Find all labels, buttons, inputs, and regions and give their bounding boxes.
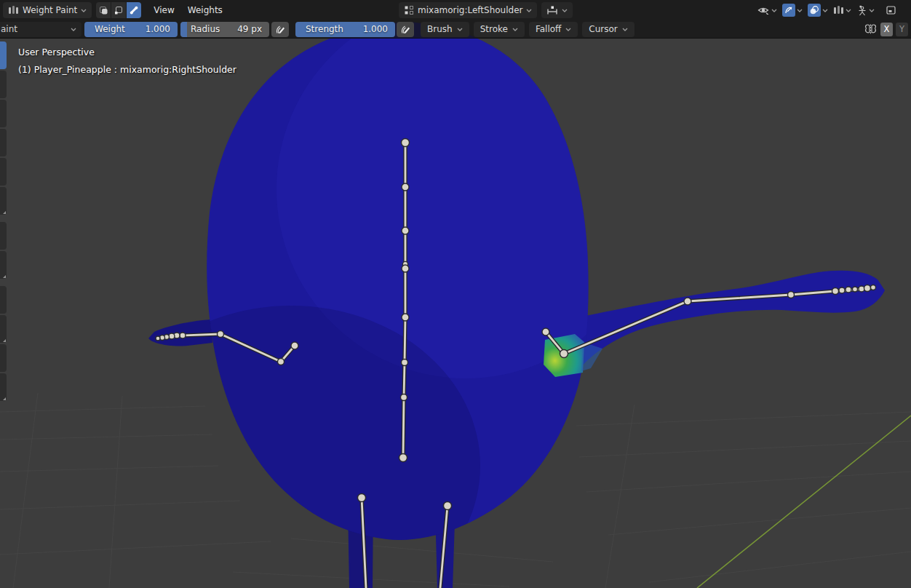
- vertex-mask-toggle[interactable]: [111, 2, 126, 18]
- mode-label: Weight Paint: [23, 5, 77, 15]
- chevron-down-icon: [562, 9, 568, 12]
- weight-slider-value: 1.000: [146, 24, 170, 34]
- overlays-active-bg: [808, 4, 821, 17]
- strength-slider-value: 1.000: [363, 24, 388, 34]
- gizmo-icon: [784, 5, 794, 15]
- weight-slider[interactable]: Weight 1.000: [84, 22, 178, 37]
- overlays-toggle[interactable]: [806, 2, 830, 18]
- tool-strip-button[interactable]: [0, 71, 7, 98]
- body-shading: [102, 0, 655, 588]
- menu-view[interactable]: View: [147, 2, 180, 18]
- vertex-group-label: mixamorig:LeftShoulder: [418, 5, 522, 15]
- y-axis-line: [697, 416, 911, 588]
- brush-popover[interactable]: Brush: [421, 22, 469, 37]
- tool-strip-button[interactable]: [0, 251, 7, 279]
- stroke-popover[interactable]: Stroke: [474, 22, 525, 37]
- vertex-group-dropdown[interactable]: mixamorig:LeftShoulder: [399, 2, 537, 18]
- visibility-dropdown[interactable]: [756, 4, 779, 17]
- weight-slider-label: Weight: [95, 24, 125, 34]
- face-mask-icon: [98, 5, 108, 15]
- tool-strip-button[interactable]: [0, 286, 7, 314]
- tool-strip-button[interactable]: [0, 158, 7, 186]
- active-tool-button[interactable]: [0, 41, 7, 69]
- pose-options-dropdown[interactable]: [855, 4, 876, 17]
- falloff-popover-label: Falloff: [536, 24, 561, 34]
- tool-strip-button[interactable]: [0, 100, 7, 127]
- chevron-down-icon: [457, 28, 463, 31]
- stroke-popover-label: Stroke: [480, 24, 508, 34]
- gizmo-toggle[interactable]: [781, 2, 804, 18]
- pen-pressure-icon: [275, 24, 285, 34]
- cursor-popover[interactable]: Cursor: [582, 22, 634, 37]
- weight-paint-mode-icon: [8, 5, 19, 15]
- brush-type-dropdown[interactable]: aint: [0, 22, 81, 37]
- chevron-down-icon: [771, 9, 777, 12]
- vertex-group-icon: [404, 5, 414, 15]
- chevron-down-icon: [846, 9, 851, 12]
- vertex-mask-icon: [114, 5, 124, 15]
- eye-icon: [757, 5, 770, 15]
- viewport-header: Weight Paint View Weights: [0, 0, 911, 20]
- radius-pressure-toggle[interactable]: [271, 22, 289, 37]
- editor-corner-button[interactable]: [884, 4, 898, 17]
- tool-strip-button[interactable]: [0, 315, 7, 343]
- editor-corner-icon: [886, 5, 896, 15]
- tool-settings-bar: aint Weight 1.000 Radius 49 px Strength …: [0, 20, 911, 39]
- chevron-down-icon: [822, 9, 828, 12]
- right-arm-mesh[interactable]: [570, 271, 885, 375]
- tool-strip: [0, 41, 7, 402]
- blender-window: { "colors": { "accent_blue": "#4772b3", …: [0, 0, 911, 588]
- chevron-down-icon: [622, 28, 628, 31]
- pose-figure-icon: [856, 5, 867, 16]
- strength-pressure-toggle[interactable]: [397, 22, 414, 37]
- menu-weights[interactable]: Weights: [181, 2, 229, 18]
- symmetry-x-toggle[interactable]: X: [880, 23, 893, 36]
- tool-strip-button[interactable]: [0, 129, 7, 156]
- tool-strip-button[interactable]: [0, 222, 7, 250]
- tool-strip-button[interactable]: [0, 344, 7, 372]
- brush-popover-label: Brush: [427, 24, 453, 34]
- mirror-butterfly-icon: [864, 23, 878, 36]
- brush-type-label: aint: [0, 24, 17, 34]
- radius-slider-label: Radius: [191, 24, 220, 34]
- viewport-canvas[interactable]: [0, 0, 911, 588]
- strength-slider[interactable]: Strength 1.000: [295, 22, 395, 37]
- radius-slider-fill: [180, 22, 187, 37]
- shading-dropdown[interactable]: [832, 4, 853, 17]
- radius-slider-value: 49 px: [237, 24, 262, 34]
- bone-icon: [129, 5, 139, 15]
- chevron-down-icon: [797, 9, 803, 12]
- chevron-down-icon: [512, 28, 518, 31]
- chevron-down-icon: [71, 28, 76, 31]
- paint-mask-toggles: [96, 2, 141, 18]
- character-mesh[interactable]: [102, 0, 885, 588]
- falloff-dropdown[interactable]: [541, 2, 573, 18]
- face-mask-toggle[interactable]: [96, 2, 111, 18]
- header-right-group: [756, 2, 908, 18]
- pen-pressure-icon: [400, 24, 410, 34]
- tool-strip-button[interactable]: [0, 187, 7, 215]
- gizmo-active-bg: [782, 4, 795, 17]
- shading-icon: [833, 5, 844, 15]
- chevron-down-icon: [526, 9, 532, 12]
- proportional-falloff-icon: [546, 5, 558, 15]
- bone-select-toggle[interactable]: [127, 2, 141, 18]
- mode-dropdown[interactable]: Weight Paint: [3, 2, 92, 18]
- chevron-down-icon: [565, 28, 571, 31]
- radius-slider[interactable]: Radius 49 px: [180, 22, 269, 37]
- overlays-icon: [809, 5, 819, 15]
- symmetry-y-toggle[interactable]: Y: [896, 23, 908, 36]
- cursor-popover-label: Cursor: [589, 24, 617, 34]
- symmetry-group: X Y: [864, 23, 911, 36]
- chevron-down-icon: [81, 9, 87, 12]
- tool-strip-button[interactable]: [0, 373, 7, 401]
- chevron-down-icon: [869, 9, 875, 12]
- strength-slider-label: Strength: [306, 24, 343, 34]
- falloff-popover[interactable]: Falloff: [529, 22, 578, 37]
- 3d-viewport[interactable]: User Perspective (1) Player_Pineapple : …: [0, 0, 911, 588]
- header-center-group: mixamorig:LeftShoulder: [399, 2, 573, 18]
